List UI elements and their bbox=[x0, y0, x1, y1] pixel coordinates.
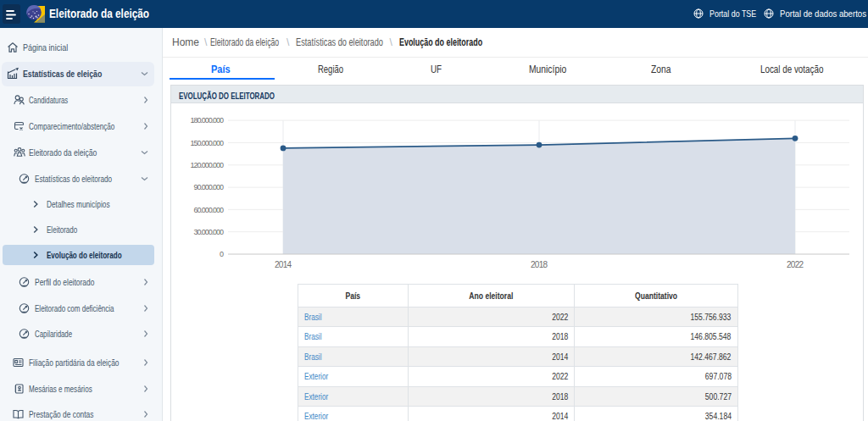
svg-text:90.000.000: 90.000.000 bbox=[194, 183, 225, 191]
svg-text:120.000.000: 120.000.000 bbox=[191, 161, 225, 169]
svg-text:60.000.000: 60.000.000 bbox=[194, 206, 225, 214]
svg-text:2014: 2014 bbox=[275, 260, 292, 269]
svg-text:0: 0 bbox=[220, 250, 224, 258]
svg-text:2022: 2022 bbox=[787, 260, 804, 269]
svg-text:2018: 2018 bbox=[531, 260, 548, 269]
svg-text:180.000.000: 180.000.000 bbox=[191, 116, 225, 125]
svg-text:30.000.000: 30.000.000 bbox=[194, 228, 225, 236]
svg-text:150.000.000: 150.000.000 bbox=[191, 139, 225, 147]
